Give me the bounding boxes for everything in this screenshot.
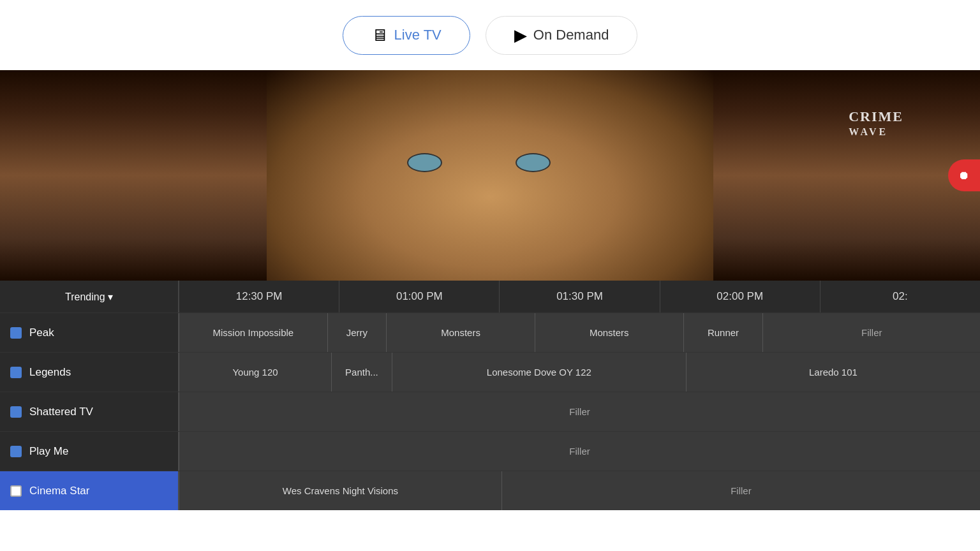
channel-dot-legends: [10, 367, 22, 378]
channel-logo-line1: CRiME: [849, 108, 903, 124]
program-wes-cravens[interactable]: Wes Cravens Night Visions: [179, 471, 501, 510]
live-tv-icon: 🖥: [371, 26, 388, 45]
program-panth[interactable]: Panth...: [331, 353, 392, 392]
time-slot-3: 02:00 PM: [660, 281, 820, 312]
time-slots: 12:30 PM 01:00 PM 01:30 PM 02:00 PM 02:: [179, 281, 980, 312]
eye-right: [516, 153, 551, 172]
channel-playme[interactable]: Play Me: [0, 432, 179, 471]
epg-grid: Trending ▾ 12:30 PM 01:00 PM 01:30 PM 02…: [0, 281, 980, 510]
program-young-120[interactable]: Young 120: [179, 353, 331, 392]
programs-playme: Filler: [179, 432, 980, 471]
channel-dot-playme: [10, 446, 22, 457]
programs-peak: Mission Impossible Jerry Monsters Monste…: [179, 313, 980, 352]
trending-dropdown[interactable]: Trending ▾: [0, 281, 179, 312]
channel-dot-peak: [10, 327, 22, 339]
channel-logo: CRiME WAVE: [849, 108, 903, 138]
on-demand-label: On Demand: [533, 27, 609, 43]
channel-peak-label: Peak: [29, 327, 54, 339]
record-icon: ⏺: [958, 169, 970, 182]
program-monsters-2[interactable]: Monsters: [535, 313, 683, 352]
time-slot-1: 01:00 PM: [339, 281, 499, 312]
program-runner[interactable]: Runner: [683, 313, 763, 352]
program-lonesome-dove[interactable]: Lonesome Dove OY 122: [392, 353, 686, 392]
programs-legends: Young 120 Panth... Lonesome Dove OY 122 …: [179, 353, 980, 392]
program-filler-shattered[interactable]: Filler: [179, 392, 980, 431]
video-content: [267, 70, 713, 281]
program-mission-impossible[interactable]: Mission Impossible: [179, 313, 327, 352]
time-slot-4: 02:: [820, 281, 980, 312]
video-background: CRiME WAVE ⏺: [0, 70, 980, 281]
channel-peak[interactable]: Peak: [0, 313, 179, 352]
program-filler-peak[interactable]: Filler: [762, 313, 980, 352]
time-slot-0: 12:30 PM: [179, 281, 339, 312]
eye-left: [407, 153, 442, 172]
channel-shattered-label: Shattered TV: [29, 406, 93, 418]
trending-label: Trending ▾: [65, 291, 113, 303]
program-jerry[interactable]: Jerry: [327, 313, 387, 352]
channel-dot-shattered: [10, 406, 22, 418]
programs-shattered: Filler: [179, 392, 980, 431]
on-demand-button[interactable]: ▶ On Demand: [486, 16, 638, 55]
channel-row-playme: Play Me Filler: [0, 431, 980, 471]
channel-row-shattered: Shattered TV Filler: [0, 392, 980, 431]
channel-cinemastar-label: Cinema Star: [29, 485, 89, 497]
live-tv-button[interactable]: 🖥 Live TV: [343, 16, 470, 55]
channel-cinemastar[interactable]: Cinema Star: [0, 471, 179, 510]
top-navigation: 🖥 Live TV ▶ On Demand: [0, 0, 980, 70]
channel-row-legends: Legends Young 120 Panth... Lonesome Dove…: [0, 352, 980, 392]
program-laredo[interactable]: Laredo 101: [686, 353, 980, 392]
live-tv-label: Live TV: [394, 27, 442, 43]
record-badge[interactable]: ⏺: [948, 159, 980, 191]
channel-dot-cinemastar: [10, 485, 22, 497]
programs-cinemastar: Wes Cravens Night Visions Filler: [179, 471, 980, 510]
time-header-row: Trending ▾ 12:30 PM 01:00 PM 01:30 PM 02…: [0, 281, 980, 312]
time-slot-2: 01:30 PM: [499, 281, 659, 312]
channel-logo-line2: WAVE: [849, 126, 888, 137]
program-monsters-1[interactable]: Monsters: [386, 313, 535, 352]
channel-legends[interactable]: Legends: [0, 353, 179, 392]
channel-row-cinemastar: Cinema Star Wes Cravens Night Visions Fi…: [0, 471, 980, 510]
channel-shattered[interactable]: Shattered TV: [0, 392, 179, 431]
program-filler-playme[interactable]: Filler: [179, 432, 980, 471]
program-filler-cinemastar[interactable]: Filler: [501, 471, 980, 510]
channel-row-peak: Peak Mission Impossible Jerry Monsters M…: [0, 312, 980, 352]
channel-legends-label: Legends: [29, 366, 71, 379]
video-player: CRiME WAVE ⏺: [0, 70, 980, 281]
on-demand-icon: ▶: [514, 26, 527, 45]
channel-playme-label: Play Me: [29, 445, 68, 458]
